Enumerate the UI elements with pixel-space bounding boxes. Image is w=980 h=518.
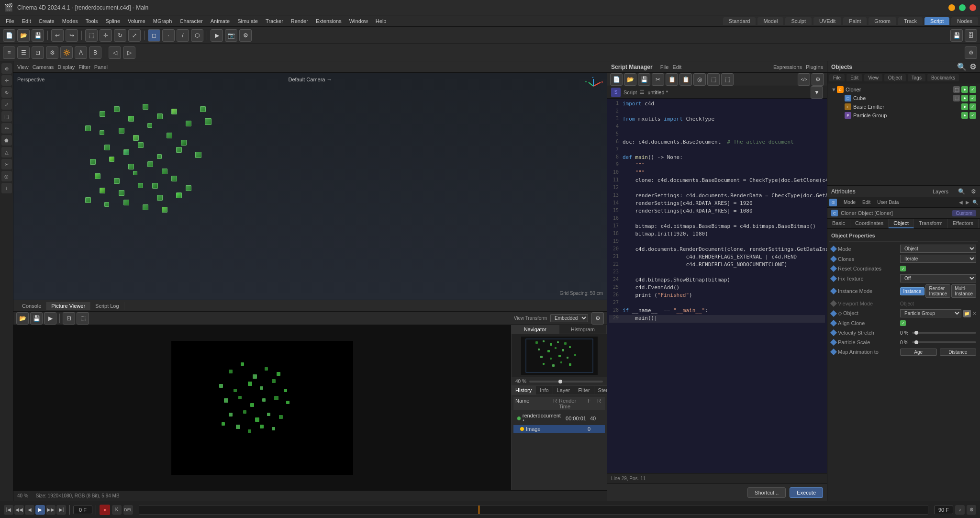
- pv-nav-tab-navigator[interactable]: Navigator: [512, 325, 559, 334]
- new-btn[interactable]: 📄: [3, 29, 15, 42]
- tool-scale[interactable]: ⤢: [1, 99, 12, 110]
- redo-btn[interactable]: ↪: [66, 29, 78, 42]
- shortcut-button[interactable]: Shortcut...: [747, 487, 786, 498]
- attrs-nav-fwd[interactable]: ▶: [966, 200, 969, 205]
- sm-menu-edit[interactable]: Edit: [672, 64, 681, 70]
- render-settings-btn[interactable]: ⚙: [239, 29, 252, 42]
- cloner-render-icon[interactable]: ●: [961, 86, 968, 93]
- history-row-1[interactable]: Image 0: [513, 425, 605, 433]
- attrs-tab-effectors[interactable]: Effectors: [948, 219, 979, 228]
- pv-filter-tab-info[interactable]: Info: [536, 386, 553, 394]
- poly-mode-btn[interactable]: ⬡: [191, 29, 203, 42]
- map-animation-distance[interactable]: Distance: [940, 349, 977, 356]
- menu-help[interactable]: Help: [372, 15, 390, 27]
- menu-animate[interactable]: Animate: [207, 15, 234, 27]
- select-btn[interactable]: ⬚: [85, 29, 98, 42]
- tool-8[interactable]: △: [1, 147, 12, 158]
- scale-btn[interactable]: ⤢: [128, 29, 141, 42]
- pv-render-btn[interactable]: ▶: [44, 312, 56, 325]
- object-clear-icon[interactable]: ×: [973, 310, 976, 317]
- sm-btn-6[interactable]: 📋: [679, 73, 692, 86]
- pv-tab-scriptlog[interactable]: Script Log: [90, 302, 124, 310]
- cloner-active-icon[interactable]: ✓: [969, 86, 976, 93]
- sm-btn-1[interactable]: 📄: [610, 73, 623, 86]
- instance-btn-multi[interactable]: Multi-Instance: [951, 284, 976, 298]
- undo-btn[interactable]: ↩: [51, 29, 64, 42]
- menu-volume[interactable]: Volume: [124, 15, 149, 27]
- attrs-mode-userdata[interactable]: User Data: [874, 199, 902, 206]
- object-select[interactable]: Particle Group: [900, 309, 961, 317]
- sm-menu-file[interactable]: File: [660, 64, 669, 70]
- mode-select[interactable]: Object: [900, 245, 976, 253]
- history-row-0[interactable]: renderdocument * 00:00:01 40: [513, 412, 605, 425]
- end-frame-display[interactable]: 90 F: [934, 506, 953, 514]
- map-animation-age[interactable]: Age: [900, 349, 937, 356]
- pv-zoom-fit-btn[interactable]: ⊡: [63, 312, 75, 325]
- menu-edit[interactable]: Edit: [18, 15, 35, 27]
- particle-scale-slider[interactable]: [912, 341, 976, 343]
- rotate-btn[interactable]: ↻: [114, 29, 126, 42]
- execute-button[interactable]: Execute: [790, 487, 823, 498]
- sm-plugins-tab[interactable]: Plugins: [806, 64, 823, 70]
- asset-browser-btn[interactable]: 🗄: [965, 29, 977, 42]
- tl-autokey[interactable]: ●: [100, 505, 110, 515]
- velocity-stretch-slider[interactable]: [912, 332, 976, 334]
- cube-render-icon[interactable]: ●: [961, 95, 968, 101]
- object-folder-icon[interactable]: 📁: [963, 310, 971, 317]
- sm-btn-2[interactable]: 📂: [624, 73, 636, 86]
- obj-tab-object[interactable]: Object: [884, 74, 906, 81]
- pv-settings-btn[interactable]: ⚙: [591, 312, 604, 325]
- pv-filter-tab-layer[interactable]: Layer: [553, 386, 575, 394]
- pv-zoom-slider[interactable]: [529, 381, 603, 383]
- tab-sculpt[interactable]: Sculpt: [785, 17, 812, 25]
- object-mode-btn[interactable]: ◻: [148, 29, 160, 42]
- sm-expressions-tab[interactable]: Expressions: [773, 64, 802, 70]
- tool-move[interactable]: ✛: [1, 75, 12, 86]
- menu-window[interactable]: Window: [345, 15, 372, 27]
- maximize-button[interactable]: [959, 4, 966, 11]
- tree-item-particle-group[interactable]: ▶ P Particle Group ● ✓: [829, 111, 978, 120]
- menu-modes[interactable]: Modes: [58, 15, 82, 27]
- menu-create[interactable]: Create: [35, 15, 58, 27]
- minimize-button[interactable]: [948, 4, 955, 11]
- tool-7[interactable]: ⬟: [1, 135, 12, 146]
- tb2-2[interactable]: ☰: [17, 46, 30, 59]
- tree-item-basic-emitter[interactable]: ▶ E Basic Emitter ● ✓: [829, 102, 978, 111]
- tool-5[interactable]: ⬚: [1, 111, 12, 122]
- pv-filter-tab-history[interactable]: History: [512, 386, 536, 394]
- menu-tracker[interactable]: Tracker: [262, 15, 287, 27]
- tb2-10[interactable]: ⚙: [965, 46, 977, 59]
- objects-settings-icon[interactable]: ⚙: [969, 62, 976, 71]
- sm-btn-5[interactable]: 📋: [666, 73, 678, 86]
- obj-tab-edit[interactable]: Edit: [846, 74, 862, 81]
- tl-to-end[interactable]: ▶|: [56, 505, 66, 515]
- tb2-1[interactable]: ≡: [3, 46, 15, 59]
- timeline-track[interactable]: [139, 505, 928, 515]
- tab-track[interactable]: Track: [898, 17, 923, 25]
- tab-nodes[interactable]: Nodes: [951, 17, 978, 25]
- sm-btn-code[interactable]: </>: [798, 73, 810, 86]
- tool-10[interactable]: ◎: [1, 171, 12, 181]
- align-clone-checkbox[interactable]: ✓: [900, 320, 906, 326]
- tree-item-cloner[interactable]: ▼ C Cloner ⬚ ● ✓: [829, 85, 978, 94]
- attrs-tab-coordinates[interactable]: Coordinates: [850, 219, 889, 228]
- sm-script-expand[interactable]: ▼: [811, 86, 823, 99]
- render-btn[interactable]: ▶: [211, 29, 223, 42]
- sm-btn-7[interactable]: ◎: [693, 73, 706, 86]
- pv-open-btn[interactable]: 📂: [16, 312, 29, 325]
- save-project-btn[interactable]: 💾: [950, 29, 963, 42]
- current-frame-display[interactable]: 0 F: [73, 506, 92, 514]
- tl-prev-frame[interactable]: ◀◀: [14, 505, 24, 515]
- sm-btn-settings[interactable]: ⚙: [812, 73, 824, 86]
- tab-model[interactable]: Model: [757, 17, 783, 25]
- pv-canvas[interactable]: [13, 325, 511, 490]
- move-btn[interactable]: ✛: [100, 29, 112, 42]
- tb2-8[interactable]: ◁: [109, 46, 121, 59]
- tb2-7[interactable]: B: [89, 46, 101, 59]
- menu-extensions[interactable]: Extensions: [312, 15, 345, 27]
- cube-vis-icon[interactable]: ⬚: [953, 95, 960, 101]
- reset-coords-checkbox[interactable]: ✓: [900, 266, 906, 271]
- render-view-btn[interactable]: 📷: [225, 29, 237, 42]
- pv-filter-tab-filter[interactable]: Filter: [574, 386, 594, 394]
- tl-del-key[interactable]: DEL: [123, 505, 133, 515]
